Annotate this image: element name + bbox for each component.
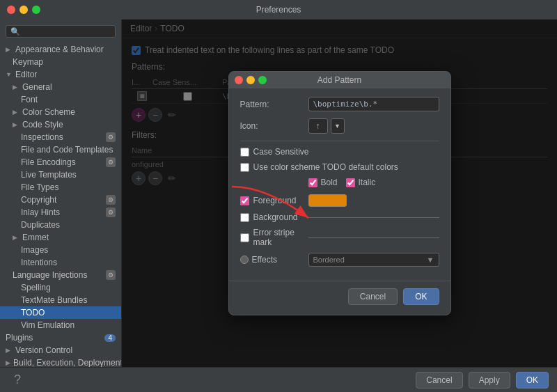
background-label: Background [253, 212, 298, 222]
sidebar-item-editor[interactable]: ▼ Editor [0, 68, 121, 81]
sidebar-item-inlay-hints[interactable]: Inlay Hints ⚙ [0, 206, 121, 219]
effects-label: Effects [252, 255, 277, 265]
sidebar-item-file-encodings[interactable]: File Encodings ⚙ [0, 156, 121, 168]
modal-title-bar: Add Pattern [229, 72, 450, 88]
apply-button[interactable]: Apply [469, 372, 510, 389]
sidebar-item-plugins[interactable]: Plugins 4 [0, 331, 121, 344]
effects-option: Bordered [313, 256, 345, 264]
sidebar-item-file-types[interactable]: File Types [0, 181, 121, 194]
sidebar-item-intentions[interactable]: Intentions [0, 256, 121, 269]
divider [240, 141, 439, 141]
sidebar-item-spelling[interactable]: Spelling [0, 281, 121, 294]
icon-dropdown-button[interactable]: ▼ [331, 118, 345, 134]
settings-badge: ⚙ [106, 157, 116, 167]
foreground-color-swatch[interactable] [308, 194, 347, 207]
italic-checkbox[interactable] [346, 178, 355, 187]
effects-dropdown[interactable]: Bordered ▼ [308, 253, 439, 267]
arrow-icon: ▶ [6, 46, 13, 53]
effects-left: Effects [240, 255, 303, 265]
sidebar-item-label: Language Injections [13, 270, 87, 280]
content-area: Editor › TODO Treat indented text on the… [122, 19, 557, 367]
modal-use-color-checkbox[interactable] [240, 163, 249, 172]
error-stripe-checkbox[interactable] [240, 233, 249, 242]
sidebar-search-container [0, 22, 121, 40]
sidebar-item-todo[interactable]: TODO [0, 306, 121, 319]
sidebar-item-duplicates[interactable]: Duplicates [0, 219, 121, 231]
modal-case-sensitive-checkbox[interactable] [240, 148, 249, 157]
modal-maximize[interactable] [258, 76, 267, 84]
bold-checkbox[interactable] [308, 178, 317, 187]
icon-selector: ↑ ▼ [308, 118, 345, 134]
sidebar-item-label: Version Control [15, 345, 72, 355]
sidebar-item-emmet[interactable]: ▶ Emmet [0, 231, 121, 244]
modal-minimize[interactable] [246, 76, 255, 84]
minimize-button[interactable] [19, 6, 28, 14]
help-icon[interactable]: ? [14, 373, 21, 387]
sidebar-item-label: File and Code Templates [21, 145, 113, 155]
sidebar-item-label: File Types [21, 182, 58, 192]
sidebar-item-file-code-templates[interactable]: File and Code Templates [0, 143, 121, 156]
sidebar-item-label: Spelling [21, 283, 51, 292]
bottom-bar: ? Cancel Apply OK [0, 367, 557, 392]
sidebar-item-inspections[interactable]: Inspections ⚙ [0, 131, 121, 143]
effects-dot [240, 256, 249, 264]
settings-badge: ⚙ [106, 195, 116, 205]
modal-footer: Cancel OK [229, 281, 450, 315]
sidebar-item-appearance[interactable]: ▶ Appearance & Behavior [0, 43, 121, 56]
foreground-checkbox[interactable] [240, 196, 249, 205]
maximize-button[interactable] [32, 6, 40, 14]
sidebar-item-font[interactable]: Font [0, 93, 121, 106]
sidebar-item-label: File Encodings [21, 157, 76, 167]
arrow-icon: ▶ [13, 84, 19, 91]
modal-ok-button[interactable]: OK [403, 288, 439, 305]
close-button[interactable] [7, 6, 15, 14]
cancel-button[interactable]: Cancel [416, 372, 462, 389]
sidebar-item-version-control[interactable]: ▶ Version Control [0, 344, 121, 356]
sidebar-item-label: Inspections [21, 132, 63, 142]
sidebar-item-vim-emulation[interactable]: Vim Emulation [0, 319, 121, 331]
arrow-icon: ▶ [13, 109, 19, 116]
italic-label: Italic [359, 178, 376, 187]
modal-cancel-button[interactable]: Cancel [348, 288, 398, 305]
sidebar-item-label: Inlay Hints [21, 207, 60, 217]
icon-preview: ↑ [308, 118, 328, 134]
sidebar-item-textmate[interactable]: TextMate Bundles [0, 294, 121, 306]
sidebar-item-label: Plugins [6, 333, 33, 343]
sidebar-item-label: Editor [15, 70, 37, 79]
background-line [308, 217, 439, 218]
preferences-window: Preferences ▶ Appearance & Behavior Keym… [0, 0, 557, 392]
ok-button[interactable]: OK [516, 372, 549, 389]
modal-close[interactable] [235, 76, 243, 84]
sidebar-item-label: Emmet [22, 233, 49, 242]
sidebar-item-label: General [22, 82, 52, 92]
sidebar-item-general[interactable]: ▶ General [0, 81, 121, 93]
pattern-field-label: Pattern: [240, 100, 303, 109]
modal-backdrop: Add Pattern Pattern: Icon: ↑ [122, 19, 557, 367]
pattern-input[interactable] [308, 97, 439, 111]
search-input[interactable] [6, 25, 116, 38]
foreground-row: Foreground [240, 194, 439, 207]
sidebar: ▶ Appearance & Behavior Keymap ▼ Editor … [0, 19, 122, 367]
sidebar-item-code-style[interactable]: ▶ Code Style [0, 118, 121, 131]
sidebar-item-images[interactable]: Images [0, 244, 121, 256]
sidebar-item-label: Build, Execution, Deployment [13, 358, 122, 367]
title-bar: Preferences [0, 0, 557, 19]
case-sensitive-label: Case Sensitive [253, 147, 309, 157]
arrow-icon: ▶ [6, 347, 13, 354]
sidebar-item-copyright[interactable]: Copyright ⚙ [0, 194, 121, 206]
sidebar-item-lang-injections[interactable]: Language Injections ⚙ [0, 269, 121, 281]
sidebar-item-color-scheme[interactable]: ▶ Color Scheme [0, 106, 121, 118]
background-checkbox[interactable] [240, 213, 249, 222]
pattern-input-row: Pattern: [240, 97, 439, 111]
sidebar-item-keymap[interactable]: Keymap [0, 56, 121, 68]
foreground-label: Foreground [253, 196, 297, 205]
sidebar-item-build[interactable]: ▶ Build, Execution, Deployment [0, 356, 121, 367]
sidebar-item-live-templates[interactable]: Live Templates [0, 168, 121, 181]
icon-row: Icon: ↑ ▼ [240, 118, 439, 134]
modal-title: Add Pattern [317, 75, 361, 85]
effects-row: Effects Bordered ▼ [240, 253, 439, 267]
traffic-lights [7, 6, 40, 14]
sidebar-item-label: Duplicates [21, 220, 60, 230]
sidebar-item-label: Color Scheme [22, 107, 75, 117]
sidebar-item-label: Keymap [13, 57, 43, 67]
